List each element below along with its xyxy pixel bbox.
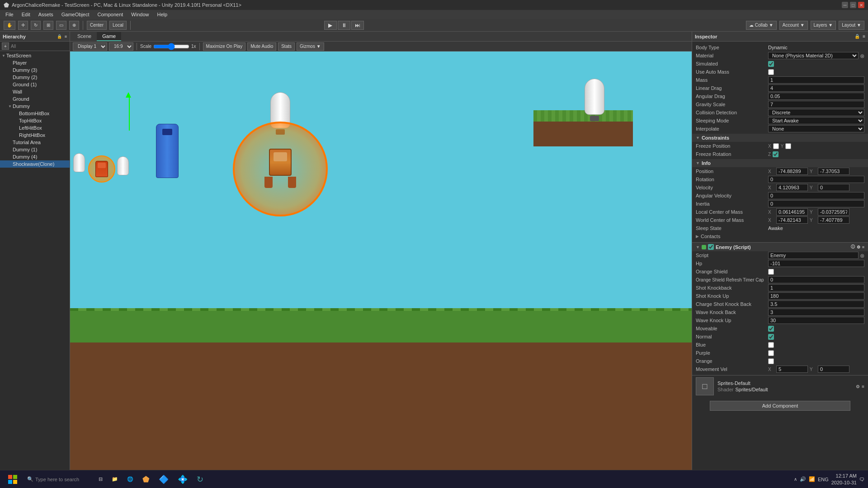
script-info-icon[interactable]: ⓘ — [851, 244, 855, 250]
position-x-input[interactable] — [776, 168, 808, 175]
local-com-x-input[interactable] — [776, 208, 808, 216]
sleeping-dropdown[interactable]: Start Awake — [768, 117, 864, 124]
hier-dummy2[interactable]: Dummy (2) — [0, 74, 70, 81]
scale-slider[interactable] — [153, 44, 189, 49]
collision-dropdown[interactable]: Discrete — [768, 109, 864, 116]
taskbar-app-blue[interactable]: 🔷 — [155, 471, 172, 488]
hier-bottomhitbox[interactable]: BottomHitBox — [0, 110, 70, 117]
scale-tool[interactable]: ⊞ — [43, 21, 53, 30]
close-button[interactable]: ✕ — [858, 2, 864, 8]
script-input[interactable] — [768, 252, 859, 259]
layout-button[interactable]: Layout ▼ — [839, 21, 864, 30]
orange-checkbox[interactable] — [768, 358, 774, 364]
hier-wall[interactable]: Wall — [0, 88, 70, 95]
menu-edit[interactable]: Edit — [18, 11, 34, 18]
hier-dummy4[interactable]: Dummy (4) — [0, 153, 70, 160]
contacts-row[interactable]: ▶ Contacts — [692, 232, 868, 240]
center-button[interactable]: Center — [87, 21, 107, 30]
inspector-menu[interactable]: ≡ — [863, 34, 865, 39]
network-icon[interactable]: 📶 — [809, 476, 815, 482]
script-menu-icon[interactable]: ≡ — [862, 245, 864, 249]
play-button[interactable]: ▶ — [324, 21, 337, 30]
wave-knock-back-input[interactable] — [768, 309, 864, 316]
maximize-play-btn[interactable]: Maximize On Play — [203, 42, 246, 51]
notification-icon[interactable]: 🗨 — [859, 477, 864, 482]
sys-tray-arrow[interactable]: ∧ — [794, 477, 797, 482]
shield-timer-input[interactable] — [768, 276, 864, 283]
mute-audio-btn[interactable]: Mute Audio — [247, 42, 276, 51]
inspector-lock[interactable]: 🔒 — [854, 34, 860, 39]
tab-game[interactable]: Game — [97, 32, 121, 41]
tab-scene[interactable]: Scene — [72, 32, 97, 41]
info-section[interactable]: ▼ Info — [692, 159, 868, 167]
menu-gameobject[interactable]: GameObject — [58, 11, 93, 18]
charge-knock-back-input[interactable] — [768, 300, 864, 308]
menu-assets[interactable]: Assets — [35, 11, 57, 18]
purple-checkbox[interactable] — [768, 350, 774, 356]
taskbar-file-explorer[interactable]: 📁 — [108, 471, 122, 488]
freeze-pos-x-checkbox[interactable] — [773, 143, 779, 149]
normal-checkbox[interactable] — [768, 334, 774, 340]
mass-input[interactable] — [768, 76, 864, 84]
material-pick-icon[interactable]: ◎ — [860, 53, 864, 58]
material-dropdown[interactable]: None (Physics Material 2D) — [768, 52, 859, 59]
hier-testscreen[interactable]: ▼ TestScreen — [0, 52, 70, 59]
hier-lefthitbox[interactable]: LeftHitBox — [0, 124, 70, 131]
velocity-y-input[interactable] — [818, 184, 849, 191]
hier-tophitbox[interactable]: TopHitBox — [0, 117, 70, 124]
interpolate-dropdown[interactable]: None — [768, 125, 864, 132]
hierarchy-lock[interactable]: 🔒 — [57, 34, 62, 39]
rotate-tool[interactable]: ↻ — [31, 21, 41, 30]
shot-knock-up-input[interactable] — [768, 292, 864, 300]
taskbar-app-orange[interactable]: ⬟ — [139, 471, 153, 488]
local-com-y-input[interactable] — [818, 208, 849, 216]
orange-shield-checkbox[interactable] — [768, 269, 774, 275]
account-button[interactable]: Account ▼ — [779, 21, 808, 30]
minimize-button[interactable]: ─ — [842, 2, 848, 8]
sprites-settings-icon[interactable]: ⚙ — [856, 384, 860, 389]
hier-righthitbox[interactable]: RightHitBox — [0, 131, 70, 139]
movement-vel-x-input[interactable] — [776, 366, 808, 373]
gizmos-btn[interactable]: Gizmos ▼ — [297, 42, 324, 51]
move-tool[interactable]: ✛ — [18, 21, 28, 30]
gravity-scale-input[interactable] — [768, 101, 864, 108]
local-button[interactable]: Local — [109, 21, 127, 30]
script-settings-icon[interactable]: ⚙ — [857, 245, 860, 249]
angular-drag-input[interactable] — [768, 93, 864, 100]
script-pick-icon[interactable]: ◎ — [860, 253, 864, 258]
taskbar-browser[interactable]: 🌐 — [123, 471, 137, 488]
layers-button[interactable]: Layers ▼ — [811, 21, 836, 30]
menu-file[interactable]: File — [2, 11, 17, 18]
taskbar-search[interactable]: 🔍 Type here to search — [24, 471, 93, 488]
wave-knock-up-input[interactable] — [768, 317, 864, 324]
hand-tool[interactable]: ✋ — [4, 21, 15, 30]
sprites-menu-icon[interactable]: ≡ — [862, 384, 864, 389]
simulated-checkbox[interactable] — [768, 61, 774, 67]
volume-icon[interactable]: 🔊 — [800, 476, 806, 482]
add-component-button[interactable]: Add Component — [710, 401, 850, 411]
scene-view[interactable] — [70, 52, 692, 470]
hier-dummy[interactable]: ▼ Dummy — [0, 103, 70, 110]
collab-button[interactable]: ☁ Collab ▼ — [746, 21, 777, 30]
start-button[interactable] — [4, 471, 22, 488]
menu-component[interactable]: Component — [94, 11, 127, 18]
taskbar-app-vs[interactable]: 💠 — [174, 471, 191, 488]
inertia-input[interactable] — [768, 200, 864, 207]
maximize-button[interactable]: □ — [850, 2, 856, 8]
position-y-input[interactable] — [818, 168, 849, 175]
hierarchy-add-btn[interactable]: + — [2, 42, 9, 50]
moveable-checkbox[interactable] — [768, 326, 774, 332]
blue-checkbox[interactable] — [768, 342, 774, 348]
shot-knockback-input[interactable] — [768, 284, 864, 291]
clock[interactable]: 12:17 AM 2020-10-31 — [831, 473, 857, 486]
aspect-select[interactable]: 16:9 — [109, 42, 133, 51]
menu-window[interactable]: Window — [127, 11, 152, 18]
taskbar-app-refresh[interactable]: ↻ — [193, 471, 207, 488]
rotation-input[interactable] — [768, 176, 864, 183]
language-indicator[interactable]: ENG — [818, 477, 829, 482]
linear-drag-input[interactable] — [768, 84, 864, 92]
constraints-section[interactable]: ▼ Constraints — [692, 134, 868, 142]
hier-dummy3[interactable]: Dummy (3) — [0, 66, 70, 74]
hier-tutorial[interactable]: Tutorial Area — [0, 139, 70, 146]
step-button[interactable]: ⏭ — [351, 21, 364, 30]
